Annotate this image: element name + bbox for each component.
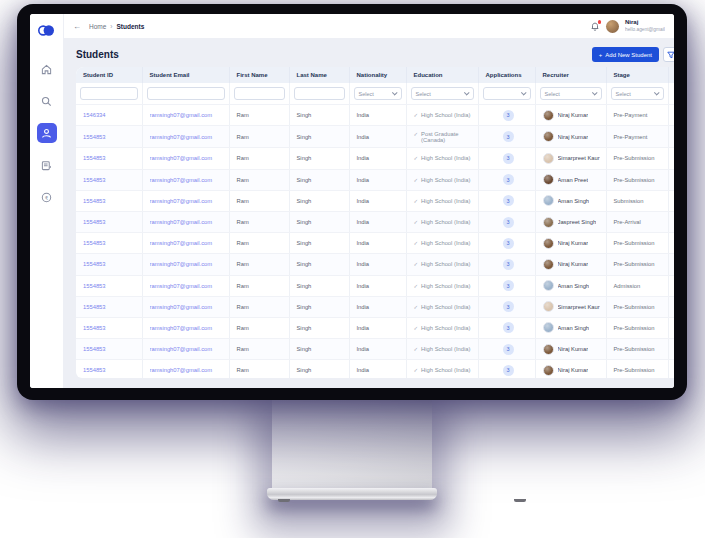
filter-select-5[interactable]: Select — [411, 87, 474, 100]
student-id-link[interactable]: 1554853 — [83, 325, 138, 331]
student-id-link[interactable]: 1554853 — [83, 177, 138, 183]
column-header-nationality[interactable]: Nationality — [349, 67, 406, 83]
student-email-link[interactable]: ramsingh07@gmail.com — [150, 219, 225, 225]
back-arrow-icon[interactable]: ← — [73, 22, 81, 31]
table-row[interactable]: 1554853ramsingh07@gmail.comRamSinghIndia… — [76, 126, 674, 148]
applications-count-badge[interactable]: 3 — [503, 195, 514, 206]
column-header-actions[interactable]: Actions — [668, 67, 674, 83]
applications-count-badge[interactable]: 3 — [503, 322, 514, 333]
table-row[interactable]: 1554853ramsingh07@gmail.comRamSinghIndia… — [76, 211, 674, 232]
breadcrumb-home[interactable]: Home — [89, 23, 106, 30]
cell-last-name: Singh — [289, 339, 349, 360]
applications-count-badge[interactable]: 3 — [503, 217, 514, 228]
add-new-student-button[interactable]: + Add New Student — [592, 47, 659, 62]
student-email-link[interactable]: ramsingh07@gmail.com — [150, 240, 225, 246]
cell-student-id: 1554853 — [76, 317, 142, 338]
notifications-bell-icon[interactable] — [590, 21, 600, 31]
student-email-link[interactable]: ramsingh07@gmail.com — [150, 304, 225, 310]
column-header-student-email[interactable]: Student Email — [142, 67, 229, 83]
filter-input-1[interactable] — [147, 87, 225, 100]
user-avatar[interactable] — [606, 20, 619, 33]
check-icon: ✓ — [414, 325, 419, 331]
applications-count-badge[interactable]: 3 — [503, 344, 514, 355]
education-text: High School (India) — [421, 367, 470, 373]
sidebar-item-applications[interactable] — [37, 155, 57, 175]
table-row[interactable]: 1554853ramsingh07@gmail.comRamSinghIndia… — [76, 296, 674, 317]
student-id-link[interactable]: 1554853 — [83, 261, 138, 267]
filter-cell — [76, 83, 142, 105]
student-id-link[interactable]: 1546334 — [83, 112, 138, 118]
table-row[interactable]: 1554853ramsingh07@gmail.comRamSinghIndia… — [76, 254, 674, 275]
filter-button[interactable] — [663, 47, 674, 62]
student-email-link[interactable]: ramsingh07@gmail.com — [150, 283, 225, 289]
table-row[interactable]: 1554853ramsingh07@gmail.comRamSinghIndia… — [76, 360, 674, 378]
cell-stage: Pre-Submission — [606, 296, 668, 317]
filter-cell — [229, 83, 289, 105]
column-header-last-name[interactable]: Last Name — [289, 67, 349, 83]
filter-select-6[interactable] — [483, 87, 531, 100]
student-id-link[interactable]: 1554853 — [83, 304, 138, 310]
applications-count-badge[interactable]: 3 — [503, 131, 514, 142]
topbar-right: Niraj hello.agent@gmail.c — [590, 19, 665, 32]
applications-count-badge[interactable]: 3 — [503, 280, 514, 291]
student-email-link[interactable]: ramsingh07@gmail.com — [150, 367, 225, 373]
filter-input-3[interactable] — [294, 87, 345, 100]
student-email-link[interactable]: ramsingh07@gmail.com — [150, 198, 225, 204]
sidebar-item-payments[interactable]: ₹ — [37, 187, 57, 207]
filter-cell — [142, 83, 229, 105]
student-email-link[interactable]: ramsingh07@gmail.com — [150, 261, 225, 267]
student-email-link[interactable]: ramsingh07@gmail.com — [150, 155, 225, 161]
student-id-link[interactable]: 1554853 — [83, 367, 138, 373]
student-email-link[interactable]: ramsingh07@gmail.com — [150, 325, 225, 331]
applications-count-badge[interactable]: 3 — [503, 238, 514, 249]
column-header-applications[interactable]: Applications — [478, 67, 535, 83]
student-id-link[interactable]: 1554853 — [83, 346, 138, 352]
applications-count-badge[interactable]: 3 — [503, 153, 514, 164]
table-row[interactable]: 1554853ramsingh07@gmail.comRamSinghIndia… — [76, 233, 674, 254]
column-header-education[interactable]: Education — [406, 67, 478, 83]
column-header-student-id[interactable]: Student ID — [76, 67, 142, 83]
applications-count-badge[interactable]: 3 — [503, 259, 514, 270]
filter-select-8[interactable]: Select — [611, 87, 664, 100]
student-id-link[interactable]: 1554853 — [83, 198, 138, 204]
sidebar-item-students[interactable] — [37, 123, 57, 143]
table-row[interactable]: 1554853ramsingh07@gmail.comRamSinghIndia… — [76, 339, 674, 360]
filter-input-0[interactable] — [80, 87, 138, 100]
table-row[interactable]: 1554853ramsingh07@gmail.comRamSinghIndia… — [76, 190, 674, 211]
student-id-link[interactable]: 1554853 — [83, 155, 138, 161]
applications-count-badge[interactable]: 3 — [503, 174, 514, 185]
applications-count-badge[interactable]: 3 — [503, 110, 514, 121]
column-header-first-name[interactable]: First Name — [229, 67, 289, 83]
student-id-link[interactable]: 1554853 — [83, 240, 138, 246]
table-row[interactable]: 1554853ramsingh07@gmail.comRamSinghIndia… — [76, 275, 674, 296]
filter-input-2[interactable] — [234, 87, 285, 100]
student-email-link[interactable]: ramsingh07@gmail.com — [150, 134, 225, 140]
applications-count-badge[interactable]: 3 — [503, 301, 514, 312]
table-row[interactable]: 1554853ramsingh07@gmail.comRamSinghIndia… — [76, 317, 674, 338]
student-id-link[interactable]: 1554853 — [83, 283, 138, 289]
user-info[interactable]: Niraj hello.agent@gmail.c — [625, 19, 665, 32]
student-email-link[interactable]: ramsingh07@gmail.com — [150, 346, 225, 352]
sidebar-item-home[interactable] — [37, 59, 57, 79]
app-logo[interactable] — [38, 23, 55, 41]
column-header-stage[interactable]: Stage — [606, 67, 668, 83]
student-email-link[interactable]: ramsingh07@gmail.com — [150, 177, 225, 183]
cell-actions: ⋮ — [668, 296, 674, 317]
filter-select-7[interactable]: Select — [540, 87, 602, 100]
table-row[interactable]: 1554853ramsingh07@gmail.comRamSinghIndia… — [76, 148, 674, 169]
student-id-link[interactable]: 1554853 — [83, 134, 138, 140]
plus-icon: + — [599, 52, 603, 58]
sidebar-item-search[interactable] — [37, 91, 57, 111]
applications-count-badge[interactable]: 3 — [503, 365, 514, 376]
column-header-recruiter[interactable]: Recruiter — [535, 67, 606, 83]
table-row[interactable]: 1554853ramsingh07@gmail.comRamSinghIndia… — [76, 169, 674, 190]
student-id-link[interactable]: 1554853 — [83, 219, 138, 225]
recruiter-name: Aman Preet — [558, 177, 589, 183]
stage-value: Pre-Submission — [614, 240, 655, 246]
chevron-down-icon — [592, 90, 597, 95]
cell-applications: 3 — [478, 148, 535, 169]
monitor-frame: ₹ ← Home › Students — [17, 4, 687, 400]
table-row[interactable]: 1546334ramsingh07@gmail.comRamSinghIndia… — [76, 105, 674, 126]
student-email-link[interactable]: ramsingh07@gmail.com — [150, 112, 225, 118]
filter-select-4[interactable]: Select — [354, 87, 402, 100]
